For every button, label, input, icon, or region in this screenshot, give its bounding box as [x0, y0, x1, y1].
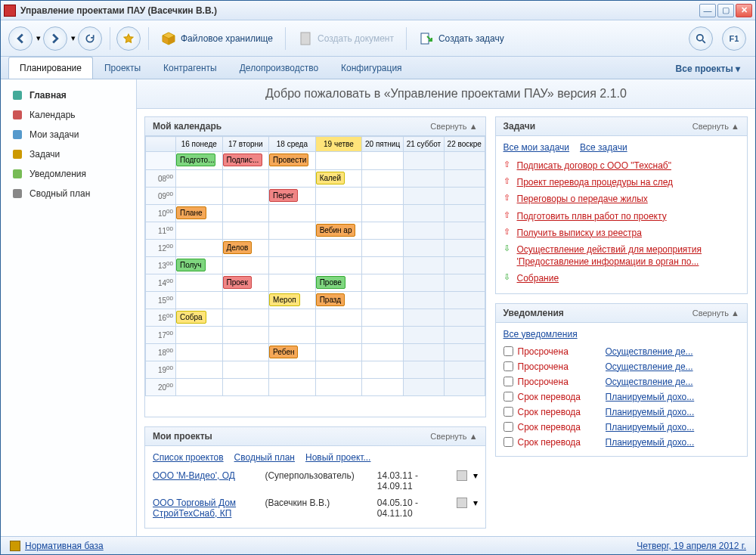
forward-button[interactable]	[43, 26, 67, 51]
all-notifications-link[interactable]: Все уведомления	[503, 329, 578, 340]
calendar-event[interactable]: Прове	[316, 276, 345, 289]
date-link[interactable]: Четверг, 19 апреля 2012 г.	[637, 541, 746, 551]
forward-dropdown[interactable]: ▾	[69, 26, 78, 51]
create-task-button[interactable]: Создать задачу	[413, 28, 510, 49]
notification-checkbox[interactable]	[503, 377, 513, 386]
project-link-2[interactable]: Новый проект...	[305, 452, 370, 463]
minimize-button[interactable]: —	[699, 4, 716, 17]
tab-1[interactable]: Проекты	[93, 57, 152, 79]
notification-link[interactable]: Осуществление де...	[606, 346, 739, 357]
project-chart-icon[interactable]	[457, 498, 466, 508]
tab-3[interactable]: Делопроизводство	[228, 57, 330, 79]
project-chart-icon[interactable]	[457, 470, 466, 481]
project-name-link[interactable]: ООО Торговый Дом СтройТехСнаб, КП	[153, 498, 259, 519]
tasks-link-1[interactable]: Все задачи	[580, 142, 627, 153]
back-dropdown[interactable]: ▾	[34, 26, 43, 51]
task-link[interactable]: Подготовить плвн работ по проекту	[517, 210, 667, 222]
close-button[interactable]: ✕	[736, 4, 752, 17]
notification-row: Срок переводаПланируемый дохо...	[503, 420, 739, 435]
box-icon	[161, 31, 176, 46]
notification-checkbox[interactable]	[503, 407, 513, 417]
notification-checkbox[interactable]	[503, 392, 513, 402]
notification-checkbox[interactable]	[503, 422, 513, 432]
svg-rect-5	[13, 130, 22, 139]
sidebar-icon	[11, 188, 23, 200]
project-link-1[interactable]: Сводный план	[234, 452, 295, 463]
sidebar-item-3[interactable]: Задачи	[1, 144, 136, 164]
notification-checkbox[interactable]	[503, 437, 513, 447]
calendar-event[interactable]: Празд	[316, 293, 345, 306]
notification-status: Просрочена	[518, 346, 601, 357]
tab-0[interactable]: Планирование	[8, 57, 93, 79]
notification-checkbox[interactable]	[503, 346, 513, 356]
all-projects-dropdown[interactable]: Все проекты ▾	[668, 59, 748, 79]
project-row: ООО Торговый Дом СтройТехСнаб, КП(Васечк…	[153, 495, 478, 522]
calendar-event[interactable]: Мероп	[269, 293, 300, 306]
task-link[interactable]: Получить выписку из реестра	[517, 227, 642, 239]
calendar-event[interactable]: Проек	[223, 276, 252, 289]
calendar-event[interactable]: Ребен	[269, 346, 298, 358]
task-item: ⇩Собрание	[503, 270, 739, 287]
maximize-button[interactable]: ▢	[717, 4, 734, 17]
calendar-event[interactable]: Собра	[176, 311, 206, 324]
notification-link[interactable]: Осуществление де...	[606, 361, 739, 372]
notifications-collapse[interactable]: Свернуть ▲	[692, 309, 739, 318]
notification-link[interactable]: Планируемый дохо...	[606, 437, 739, 448]
notification-link[interactable]: Осуществление де...	[606, 377, 739, 387]
projects-collapse[interactable]: Свернуть ▲	[430, 432, 477, 441]
task-link[interactable]: Осуществление действий для мероприятия '…	[517, 243, 739, 268]
calendar-event[interactable]: Перег	[269, 189, 298, 202]
tab-4[interactable]: Конфигурация	[330, 57, 414, 79]
notification-link[interactable]: Планируемый дохо...	[606, 407, 739, 417]
file-storage-button[interactable]: Файловое хранилище	[155, 28, 279, 49]
document-icon	[298, 31, 313, 46]
task-link[interactable]: Проект перевода процедуры на след	[517, 176, 674, 188]
tasks-link-0[interactable]: Все мои задачи	[503, 142, 570, 153]
sidebar-item-4[interactable]: Уведомления	[1, 164, 136, 184]
notification-row: ПросроченаОсуществление де...	[503, 374, 739, 389]
calendar-event[interactable]: Получ	[176, 259, 206, 271]
task-item: ⇧Проект перевода процедуры на след	[503, 174, 739, 191]
favorites-button[interactable]	[116, 26, 141, 51]
notification-checkbox[interactable]	[503, 361, 513, 371]
refresh-button[interactable]	[78, 26, 102, 51]
notification-status: Просрочена	[518, 377, 601, 387]
create-document-button[interactable]: Создать документ	[292, 28, 400, 49]
notification-link[interactable]: Планируемый дохо...	[606, 392, 739, 402]
calendar-event[interactable]: Плане	[176, 206, 206, 219]
notification-row: Срок переводаПланируемый дохо...	[503, 405, 739, 420]
search-button[interactable]	[689, 26, 713, 51]
tab-2[interactable]: Контрагенты	[152, 57, 228, 79]
toolbar: ▾ ▾ Файловое хранилище Создать документ …	[1, 20, 755, 57]
calendar-event[interactable]: Делов	[223, 241, 253, 254]
project-name-link[interactable]: ООО 'М-Видео', ОД	[153, 470, 259, 481]
sidebar-item-5[interactable]: Сводный план	[1, 184, 136, 203]
svg-point-2	[697, 34, 703, 40]
svg-rect-7	[13, 169, 22, 178]
sidebar-icon	[11, 168, 23, 180]
project-link-0[interactable]: Список проектов	[153, 452, 224, 463]
tasks-collapse[interactable]: Свернуть ▲	[692, 122, 739, 131]
svg-rect-8	[13, 189, 22, 198]
sidebar-item-1[interactable]: Календарь	[1, 105, 136, 125]
normative-base-link[interactable]: Нормативная база	[25, 541, 104, 551]
task-link[interactable]: Переговоры о передаче жилых	[517, 193, 648, 205]
task-link[interactable]: Подписать договор с ООО "Техснаб"	[517, 160, 671, 172]
titlebar: Управление проектами ПАУ (Васечкин В.В.)…	[1, 1, 755, 20]
back-button[interactable]	[8, 26, 33, 51]
calendar-event[interactable]: Вебин ар	[316, 224, 355, 237]
sidebar-item-2[interactable]: Мои задачи	[1, 125, 136, 144]
allday-event[interactable]: Провести	[269, 153, 308, 166]
help-button[interactable]: F1	[722, 26, 746, 51]
notification-link[interactable]: Планируемый дохо...	[606, 422, 739, 433]
svg-rect-1	[421, 33, 429, 44]
notification-row: Срок переводаПланируемый дохо...	[503, 435, 739, 450]
calendar-collapse[interactable]: Свернуть ▲	[430, 122, 477, 131]
sidebar-icon	[11, 89, 23, 101]
welcome-banner: Добро пожаловать в «Управление проектами…	[137, 79, 755, 109]
sidebar-item-0[interactable]: Главная	[1, 85, 136, 105]
allday-event[interactable]: Подгото...	[176, 153, 215, 166]
task-link[interactable]: Собрание	[517, 272, 559, 284]
calendar-event[interactable]: Калей	[316, 172, 345, 184]
allday-event[interactable]: Подпис...	[223, 153, 262, 166]
